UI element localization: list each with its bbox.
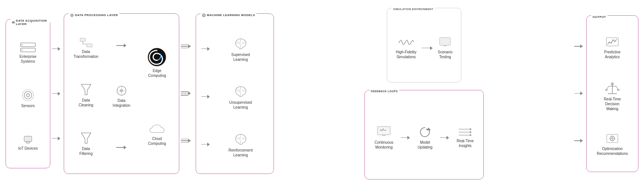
iot-item: IoT Devices	[18, 133, 38, 151]
scales-icon	[605, 82, 620, 95]
optimization-icon	[606, 134, 619, 145]
data-acquisition-layer: DATA ACQUISITION LAYER EnterpriseSystems…	[6, 19, 50, 168]
svg-rect-32	[379, 128, 389, 134]
arrow1	[52, 47, 62, 51]
transformation-label: DataTransformation	[73, 49, 98, 59]
processing-grid: DataTransformation DataCleaning DataFilt…	[69, 25, 174, 168]
scenario-icon	[439, 37, 451, 48]
cleaning-icon	[80, 84, 92, 96]
iot-icon	[21, 133, 35, 144]
ml-arrows	[201, 25, 210, 168]
cloud-label: CloudComputing	[148, 136, 166, 146]
svg-marker-40	[470, 131, 471, 133]
scenario-testing-item: ScenarioTesting	[438, 37, 452, 59]
triple-mid	[181, 91, 194, 96]
high-fidelity-item: High-FidelitySimulations	[396, 37, 417, 59]
cloud-icon	[148, 123, 165, 135]
svg-rect-12	[26, 137, 30, 140]
arrow-c	[105, 146, 138, 149]
svg-point-45	[613, 40, 614, 41]
monitoring-label: ContinuousMonitoring	[375, 140, 394, 150]
edge-label: EdgeComputing	[148, 68, 166, 78]
svg-point-44	[611, 43, 612, 44]
arrow3	[52, 137, 62, 140]
predictive-analytics-item: PredictiveAnalytics	[604, 37, 621, 59]
brain-icon-2	[233, 84, 248, 99]
decision-label: Real-TimeDecisionMaking	[604, 97, 621, 111]
transformation-icon	[79, 37, 93, 48]
data-acquisition-label: DATA ACQUISITION LAYER	[10, 19, 50, 26]
analytics-icon	[606, 37, 619, 48]
output-layer: OUTPUT PredictiveAnalytics	[586, 15, 638, 172]
svg-point-13	[71, 14, 73, 16]
filtering-icon	[80, 132, 92, 145]
ml-arrow1	[201, 47, 210, 51]
ml-content: SupervisedLearning UnsupervisedLearning	[201, 25, 268, 168]
ml-models-layer: MACHINE LEARNING MODELS	[196, 13, 274, 174]
simulation-layer: SIMULATION ENVIRONMENT High-FidelitySimu…	[387, 8, 461, 82]
fb-arrow2	[440, 136, 449, 140]
integration-icon	[116, 85, 127, 97]
svg-point-6	[21, 44, 22, 45]
insights-icon	[458, 127, 472, 137]
out-arrow2	[574, 91, 585, 95]
data-processing-label: DATA PROCESSING LAYER	[69, 13, 119, 17]
reinforcement-learning-item: ReinforcementLearning	[228, 131, 253, 158]
decision-making-item: Real-TimeDecisionMaking	[604, 82, 621, 111]
edge-icon	[147, 47, 167, 67]
arrow-t	[105, 44, 138, 47]
data-transformation-item: DataTransformation	[73, 37, 98, 59]
svg-rect-15	[80, 38, 85, 41]
proc-col1: DataTransformation DataCleaning DataFilt…	[69, 25, 102, 168]
svg-point-3	[12, 22, 15, 23]
svg-rect-16	[87, 44, 92, 47]
proc-col2: DataIntegration	[105, 25, 138, 168]
updating-item: ModelUpdating	[417, 126, 432, 150]
enterprise-systems-item: EnterpriseSystems	[19, 42, 37, 64]
updating-label: ModelUpdating	[417, 140, 432, 150]
ml-arrow2	[201, 95, 210, 99]
supervised-label: SupervisedLearning	[231, 52, 250, 62]
sensors-item: Sensors	[21, 88, 35, 108]
arrow2	[52, 92, 62, 96]
ml-models-col: SupervisedLearning UnsupervisedLearning	[213, 25, 268, 168]
brain-icon-1	[233, 36, 248, 51]
svg-point-46	[615, 41, 616, 42]
edge-computing-item: EdgeComputing	[147, 47, 167, 78]
sim-waves-icon	[398, 37, 414, 48]
database-icon	[12, 21, 15, 24]
out-arrow1	[574, 44, 585, 48]
feedback-content: ContinuousMonitoring ModelUpdating	[371, 101, 477, 175]
refresh-icon	[419, 126, 431, 138]
svg-marker-17	[81, 84, 91, 95]
filtering-label: DataFiltering	[79, 146, 93, 156]
high-fidelity-label: High-FidelitySimulations	[396, 50, 417, 59]
ml-arrow3	[201, 143, 210, 146]
svg-point-0	[12, 21, 15, 22]
gear-icon	[70, 13, 74, 17]
enterprise-label: EnterpriseSystems	[19, 54, 37, 64]
monitor-icon	[377, 126, 391, 138]
sim-content: High-FidelitySimulations ScenarioTesti	[393, 19, 455, 78]
out-arrow3	[574, 139, 585, 143]
brain-icon-3	[233, 131, 248, 146]
svg-rect-5	[20, 48, 35, 52]
iot-label: IoT Devices	[18, 146, 38, 151]
insights-label: Real-TimeInsights	[457, 138, 474, 148]
ml-label: MACHINE LEARNING MODELS	[201, 13, 256, 17]
data-filtering-item: DataFiltering	[79, 132, 93, 156]
triple-bot	[181, 139, 194, 143]
optimization-label: OptimizationRecommendations	[597, 146, 628, 156]
monitoring-item: ContinuousMonitoring	[375, 126, 394, 150]
sensors-label: Sensors	[21, 103, 35, 108]
optimization-item: OptimizationRecommendations	[597, 134, 628, 156]
svg-rect-28	[441, 39, 449, 44]
integration-label: DataIntegration	[113, 98, 130, 108]
svg-marker-39	[470, 128, 471, 130]
fb-arrow1	[401, 136, 410, 140]
svg-point-59	[612, 137, 613, 139]
svg-marker-18	[81, 133, 91, 143]
feedback-label: FEEDBACK LOOPS	[369, 90, 399, 93]
data-integration-item: DataIntegration	[113, 85, 130, 108]
ml-icon	[202, 13, 206, 17]
